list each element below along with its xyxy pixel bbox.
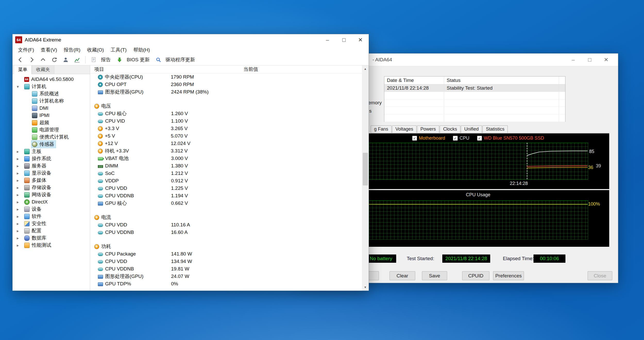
menu-file[interactable]: 文件(F) <box>15 47 37 53</box>
sensor-row[interactable]: VBAT 电池3.000 V <box>90 155 362 162</box>
menu-help[interactable]: 帮助(H) <box>130 47 153 53</box>
tree-item-operating-system[interactable]: ▸操作系统 <box>13 155 90 162</box>
minimize-icon[interactable]: – <box>319 34 336 45</box>
chart-icon[interactable] <box>72 55 82 64</box>
sensor-row[interactable]: CPU VDD1.225 V <box>90 184 362 192</box>
report-icon[interactable] <box>89 55 99 64</box>
tree-item-security[interactable]: ▸安全性 <box>13 220 90 227</box>
minimize-icon[interactable]: – <box>565 54 581 66</box>
sensor-row[interactable]: CPU VDDNB1.194 V <box>90 192 362 199</box>
column-header-item[interactable]: 项目 <box>94 66 243 73</box>
menu-tools[interactable]: 工具(T) <box>107 47 130 53</box>
close-icon[interactable]: ✕ <box>598 54 614 66</box>
tree-item-overclock[interactable]: 超频 <box>13 119 90 126</box>
tree-item-power-management[interactable]: 电源管理 <box>13 126 90 133</box>
tree-item-ipmi[interactable]: IPMI <box>13 112 90 119</box>
sensor-row[interactable]: 图形处理器(GPU)24.07 W <box>90 273 362 280</box>
preferences-button[interactable]: Preferences <box>493 271 524 280</box>
sensor-row[interactable]: +3.3 V3.265 V <box>90 125 362 132</box>
driver-update-button[interactable]: 驱动程序更新 <box>166 56 195 63</box>
bios-update-button[interactable]: BIOS 更新 <box>127 56 150 63</box>
sensor-row[interactable]: 图形处理器(GPU)2424 RPM (38%) <box>90 88 362 96</box>
tree-item-storage-devices[interactable]: ▸存储设备 <box>13 184 90 191</box>
refresh-icon[interactable] <box>49 55 60 64</box>
chevron-right-icon[interactable]: ▸ <box>17 200 23 205</box>
maximize-icon[interactable]: □ <box>336 34 352 45</box>
tab-voltages[interactable]: Voltages <box>392 125 417 133</box>
tree-item-computer-name[interactable]: 计算机名称 <box>13 97 90 105</box>
log-row[interactable]: 2021/11/8 22:14:28Stability Test: Starte… <box>384 84 565 92</box>
menu-report[interactable]: 报告(R) <box>61 47 84 53</box>
sensor-row[interactable]: 待机 +3.3V3.312 V <box>90 147 362 155</box>
sensor-row[interactable]: CPU VID1.100 V <box>90 117 362 125</box>
tree-item-database[interactable]: ▸数据库 <box>13 234 90 242</box>
tree-item-config[interactable]: ▸配置 <box>13 227 90 234</box>
sensor-row[interactable]: 中央处理器(CPU)1790 RPM <box>90 73 362 81</box>
chevron-right-icon[interactable]: ▸ <box>17 185 23 190</box>
sensor-row[interactable]: CPU VDD134.94 W <box>90 258 362 265</box>
forward-icon[interactable] <box>27 55 37 64</box>
scrollbar-thumb[interactable] <box>363 153 368 185</box>
sensor-row[interactable]: DIMM1.380 V <box>90 162 362 169</box>
chevron-right-icon[interactable]: ▸ <box>17 149 23 154</box>
tree-item-aida64-root[interactable]: 64AIDA64 v6.50.5800 <box>13 76 90 83</box>
report-button[interactable]: 报告 <box>101 56 111 63</box>
chevron-right-icon[interactable]: ▸ <box>17 171 23 176</box>
save-button[interactable]: Save <box>422 271 447 280</box>
aida64-main-window[interactable]: 64 AIDA64 Extreme – □ ✕ 文件(F) 查看(V) 报告(R… <box>12 34 369 291</box>
chevron-down-icon[interactable]: ▾ <box>17 84 23 89</box>
sensor-row[interactable]: +5 V5.070 V <box>90 132 362 140</box>
tab-favorites[interactable]: 收藏夹 <box>32 65 54 74</box>
chevron-right-icon[interactable]: ▸ <box>17 236 23 241</box>
main-title-bar[interactable]: 64 AIDA64 Extreme – □ ✕ <box>13 34 369 45</box>
tree-item-software[interactable]: ▸软件 <box>13 213 90 220</box>
sensor-row[interactable]: VDDP0.912 V <box>90 177 362 184</box>
tree-item-directx[interactable]: ▸XDirectX <box>13 198 90 206</box>
chevron-right-icon[interactable]: ▸ <box>17 207 23 212</box>
cpuid-button[interactable]: CPUID <box>462 271 489 280</box>
user-icon[interactable] <box>61 55 71 64</box>
bios-update-icon[interactable] <box>114 55 125 64</box>
tree-item-display-devices[interactable]: ▸显示设备 <box>13 169 90 177</box>
chevron-right-icon[interactable]: ▸ <box>17 243 23 248</box>
sensor-row[interactable]: SoC1.212 V <box>90 169 362 177</box>
sensor-row[interactable]: GPU 核心0.662 V <box>90 199 362 207</box>
sensor-row[interactable]: CPU VDDNB19.81 W <box>90 265 362 273</box>
sensor-row[interactable]: CPU VDD110.16 A <box>90 221 362 228</box>
tree-item-devices[interactable]: ▸设备 <box>13 206 90 213</box>
up-icon[interactable] <box>38 55 48 64</box>
tab-powers[interactable]: Powers <box>417 125 439 133</box>
chevron-right-icon[interactable]: ▸ <box>17 221 23 226</box>
chevron-right-icon[interactable]: ▸ <box>17 156 23 161</box>
tree-item-dmi[interactable]: DMI <box>13 105 90 112</box>
sensor-row[interactable]: +12 V12.024 V <box>90 140 362 147</box>
tree-item-server[interactable]: ▸服务器 <box>13 162 90 169</box>
tree-item-system-summary[interactable]: 系统概述 <box>13 90 90 97</box>
tree-item-network-devices[interactable]: ▸网络设备 <box>13 191 90 198</box>
chevron-right-icon[interactable]: ▸ <box>17 214 23 219</box>
chevron-right-icon[interactable]: ▸ <box>17 192 23 197</box>
chevron-right-icon[interactable]: ▸ <box>17 164 23 168</box>
driver-update-icon[interactable] <box>153 55 164 64</box>
close-icon[interactable]: ✕ <box>352 34 369 45</box>
scroll-down-icon[interactable]: ▼ <box>362 284 369 291</box>
clear-button[interactable]: Clear <box>389 271 415 280</box>
menu-view[interactable]: 查看(V) <box>37 47 60 53</box>
back-icon[interactable] <box>15 55 26 64</box>
tree-item-portable-computer[interactable]: 便携式计算机 <box>13 133 90 141</box>
tab-cooling-fans[interactable]: g Fans <box>371 125 392 133</box>
chevron-right-icon[interactable]: ▸ <box>17 228 23 233</box>
tab-menu[interactable]: 菜单 <box>14 65 32 74</box>
tab-unified[interactable]: Unified <box>461 125 482 133</box>
tree-item-multimedia[interactable]: ▸多媒体 <box>13 177 90 184</box>
maximize-icon[interactable]: □ <box>581 54 598 66</box>
tab-clocks[interactable]: Clocks <box>440 125 460 133</box>
tree-item-sensors[interactable]: 传感器 <box>13 141 90 148</box>
tree-item-motherboard[interactable]: ▸主板 <box>13 148 90 155</box>
tree-item-benchmark[interactable]: ▸性能测试 <box>13 242 90 249</box>
scrollbar[interactable]: ▲ ▼ <box>362 65 369 291</box>
sensor-row[interactable]: CPU 核心1.260 V <box>90 110 362 117</box>
tab-statistics[interactable]: Statistics <box>482 125 508 133</box>
column-header-value[interactable]: 当前值 <box>243 66 258 73</box>
sensor-row[interactable]: CPU VDDNB16.60 A <box>90 228 362 236</box>
